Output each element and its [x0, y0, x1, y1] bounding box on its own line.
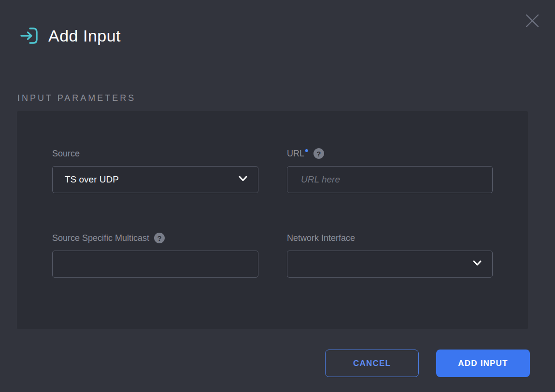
input-parameters-panel: Source TS over UDP URL • ? Source Specif… — [17, 111, 528, 329]
section-label: INPUT PARAMETERS — [17, 93, 136, 103]
cancel-button[interactable]: CANCEL — [325, 350, 419, 377]
network-interface-select[interactable] — [287, 251, 493, 278]
ssm-input[interactable] — [52, 251, 258, 278]
ssm-field-group: Source Specific Multicast ? — [52, 232, 258, 278]
add-input-button[interactable]: ADD INPUT — [436, 350, 530, 377]
modal-header: Add Input — [18, 25, 121, 46]
url-label: URL • ? — [287, 148, 493, 159]
ssm-help-icon[interactable]: ? — [154, 233, 165, 243]
page-title: Add Input — [48, 27, 121, 45]
source-field-group: Source TS over UDP — [52, 148, 258, 193]
url-field-group: URL • ? — [287, 148, 493, 193]
chevron-down-icon — [238, 175, 248, 184]
add-input-icon — [18, 25, 40, 46]
ssm-label: Source Specific Multicast ? — [52, 232, 258, 244]
network-interface-field-group: Network Interface — [287, 232, 493, 278]
source-label: Source — [52, 148, 258, 159]
required-indicator: • — [305, 148, 309, 153]
source-select-value: TS over UDP — [53, 174, 119, 185]
url-help-icon[interactable]: ? — [313, 148, 324, 159]
close-button[interactable] — [523, 12, 542, 31]
close-icon — [523, 12, 541, 31]
source-select[interactable]: TS over UDP — [52, 166, 258, 193]
network-interface-label: Network Interface — [287, 232, 493, 244]
chevron-down-icon — [472, 260, 482, 268]
url-input[interactable] — [287, 166, 493, 193]
